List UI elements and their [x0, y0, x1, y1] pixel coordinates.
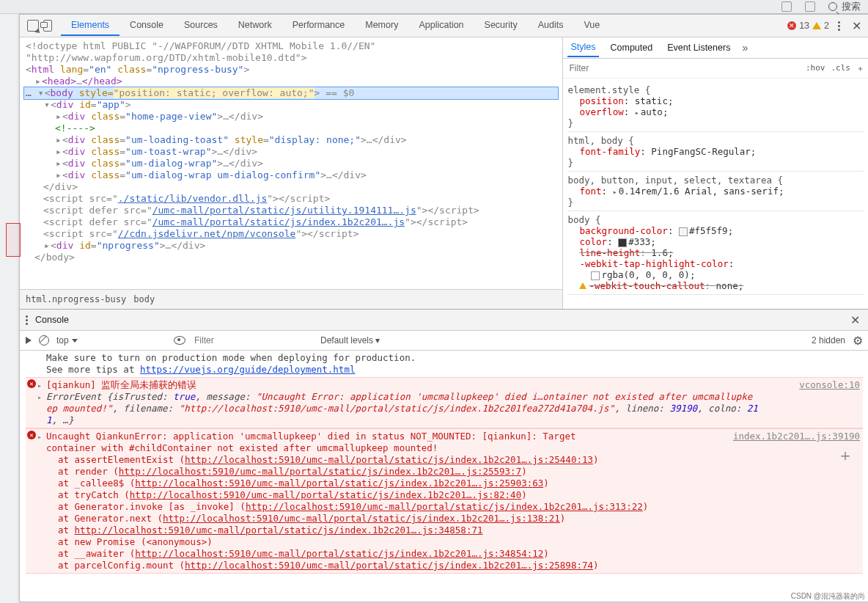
- console-filter-input[interactable]: [193, 335, 313, 346]
- more-tabs-icon[interactable]: »: [742, 42, 748, 54]
- elements-dom-tree[interactable]: <!doctype html PUBLIC "-//WAPFORUM//DTD …: [20, 37, 562, 289]
- tab-audits[interactable]: Audits: [528, 15, 574, 36]
- drawer-close-icon[interactable]: ✕: [847, 313, 863, 327]
- dom-breadcrumb[interactable]: html.nprogress-busy body: [20, 289, 562, 309]
- console-drawer-header: Console ✕: [20, 310, 868, 331]
- tab-vue[interactable]: Vue: [573, 15, 610, 36]
- devtools-window: ElementsConsoleSourcesNetworkPerformance…: [19, 14, 868, 602]
- error-count-badge[interactable]: ✕13 2: [787, 21, 829, 31]
- hov-toggle[interactable]: :hov: [806, 63, 825, 74]
- tab-performance[interactable]: Performance: [282, 15, 356, 36]
- device-toolbar-icon[interactable]: [43, 20, 52, 32]
- extension-icon: [805, 1, 815, 12]
- add-live-expression-button[interactable]: ＋: [836, 447, 854, 465]
- error-icon: ✕: [27, 379, 36, 388]
- console-output[interactable]: Make sure to turn on production mode whe…: [20, 351, 868, 602]
- breadcrumb-item: body: [133, 294, 155, 304]
- styles-tabs: Styles Computed Event Listeners »: [563, 37, 868, 59]
- error-icon: ✕: [27, 431, 36, 439]
- tab-event-listeners[interactable]: Event Listeners: [664, 39, 733, 56]
- browser-search[interactable]: 搜索: [828, 1, 861, 13]
- add-rule-icon[interactable]: ＋: [856, 63, 864, 74]
- log-levels-select[interactable]: Default levels ▾: [320, 335, 380, 346]
- tab-sources[interactable]: Sources: [174, 15, 228, 36]
- tab-application[interactable]: Application: [408, 15, 474, 36]
- search-icon: [828, 2, 837, 11]
- extension-icon: [781, 1, 792, 12]
- tab-network[interactable]: Network: [228, 15, 282, 36]
- devtools-tabbar: ElementsConsoleSourcesNetworkPerformance…: [20, 15, 868, 37]
- tab-elements[interactable]: Elements: [61, 15, 119, 36]
- cls-toggle[interactable]: .cls: [831, 63, 851, 74]
- inspect-element-icon[interactable]: [27, 20, 39, 32]
- clear-console-icon[interactable]: [39, 335, 49, 346]
- watermark: CSDN @混沌器装的尚: [791, 591, 865, 602]
- close-icon[interactable]: ✕: [849, 19, 864, 33]
- hidden-count[interactable]: 2 hidden: [812, 335, 845, 346]
- console-settings-icon[interactable]: [853, 334, 863, 348]
- tab-memory[interactable]: Memory: [355, 15, 408, 36]
- drawer-title: Console: [35, 315, 69, 325]
- browser-top-bar: 搜索: [0, 0, 868, 14]
- execute-icon[interactable]: [26, 337, 32, 344]
- tab-console[interactable]: Console: [119, 15, 174, 36]
- tab-security[interactable]: Security: [474, 15, 528, 36]
- styles-filter-input[interactable]: [563, 60, 801, 76]
- gutter-error-marker: [6, 223, 21, 257]
- breadcrumb-item: html.nprogress-busy: [26, 294, 126, 304]
- styles-rules-list[interactable]: element.style {position: static;overflow…: [563, 78, 868, 309]
- context-select[interactable]: top: [56, 335, 166, 346]
- tab-styles[interactable]: Styles: [567, 38, 598, 57]
- drawer-menu-icon[interactable]: [26, 315, 28, 325]
- live-expression-icon[interactable]: [174, 336, 185, 345]
- tab-computed[interactable]: Computed: [608, 39, 656, 56]
- console-toolbar: top Default levels ▾ 2 hidden: [20, 331, 868, 351]
- devtools-menu-icon[interactable]: [835, 21, 843, 31]
